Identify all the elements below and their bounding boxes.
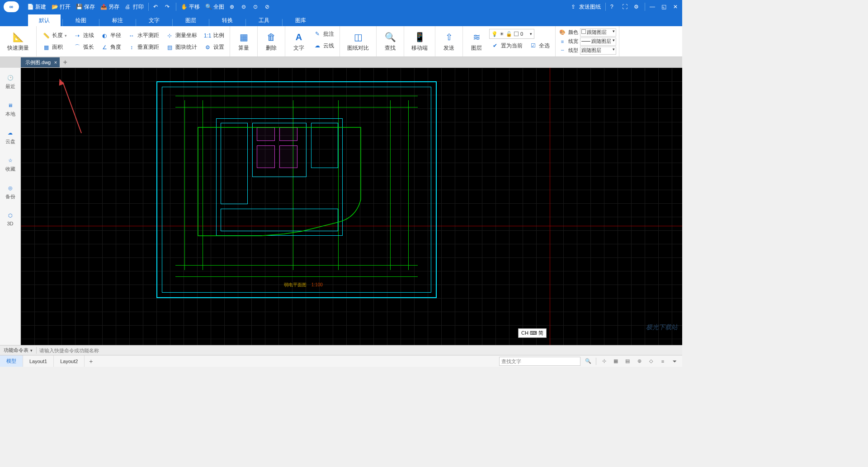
cube-icon: ⬡ <box>6 211 15 220</box>
tab-annotate[interactable]: 标注 <box>101 14 134 26</box>
zoom-window-button[interactable]: ⊙ <box>250 0 262 14</box>
sidebar-item-recent[interactable]: 🕒最近 <box>0 71 20 92</box>
command-label[interactable]: 功能命令表▾ <box>0 347 37 354</box>
brush-icon: ✔ <box>491 42 499 50</box>
new-button[interactable]: 📄新建 <box>24 0 49 14</box>
minimize-button[interactable]: — <box>647 0 659 14</box>
ime-indicator: CH ⌨ 简 <box>518 328 547 338</box>
saveas-button[interactable]: 📤另存 <box>98 0 122 14</box>
fit-icon: 🔍 <box>205 4 212 10</box>
angle-button[interactable]: ∠角度 <box>99 42 123 52</box>
drawing-canvas[interactable]: 弱电平面图 1:100 CH ⌨ 简 极光下载站 <box>21 68 682 345</box>
sidebar-item-backup[interactable]: ◎备份 <box>0 182 20 202</box>
add-tab-button[interactable]: + <box>60 57 71 67</box>
tab-draw[interactable]: 绘图 <box>65 14 97 26</box>
lineweight-selector[interactable]: 跟随图层▾ <box>580 37 616 46</box>
settings-button[interactable]: ⚙ <box>631 0 643 14</box>
tab-library[interactable]: 图库 <box>284 14 317 26</box>
lineweight-toggle[interactable]: ≡ <box>659 357 667 365</box>
color-selector[interactable]: 跟随图层▾ <box>580 28 616 37</box>
help-button[interactable]: ? <box>608 0 619 14</box>
search-input[interactable] <box>499 357 580 366</box>
lineweight-icon: ≡ <box>558 37 566 46</box>
continuous-button[interactable]: ⇢连续 <box>71 31 96 41</box>
annotate-button[interactable]: ✎批注 <box>311 29 336 39</box>
tab-default[interactable]: 默认 <box>28 14 61 26</box>
radius-button[interactable]: ◐半径 <box>99 31 123 41</box>
drawing-title: 弱电平面图 1:100 <box>284 282 323 288</box>
calc-icon: ▦ <box>237 31 250 43</box>
calc-button[interactable]: ▦算量 <box>234 29 254 54</box>
drawing-title-text: 弱电平面图 <box>284 282 307 287</box>
layout-tab-model[interactable]: 模型 <box>0 355 23 367</box>
lineweight-value: 跟随图层 <box>591 38 611 44</box>
hdist-icon: ↔ <box>127 32 136 40</box>
quickmeasure-button[interactable]: 📐快速测量 <box>4 29 33 54</box>
zoom-out-button[interactable]: ⊖ <box>239 0 250 14</box>
sidebar-item-fav[interactable]: ☆收藏 <box>0 154 20 174</box>
length-button[interactable]: 📏长度▾ <box>40 31 69 41</box>
share-icon: ⇪ <box>571 4 577 10</box>
setcurrent-button[interactable]: ✔置为当前 <box>489 41 524 51</box>
zoom-in-button[interactable]: ⊕ <box>227 0 239 14</box>
area-button[interactable]: ▦面积 <box>40 42 69 52</box>
blockstat-button[interactable]: ▤图块统计 <box>164 42 199 52</box>
angle-icon: ∠ <box>100 43 108 51</box>
settings-button-r[interactable]: ⚙设置 <box>202 42 226 52</box>
file-tab[interactable]: 示例图.dwg× <box>21 57 60 67</box>
send-drawing-button[interactable]: ⇪发送图纸 <box>568 0 604 14</box>
send-button[interactable]: ⇧发送 <box>439 29 459 54</box>
maximize-button[interactable]: ◱ <box>659 0 670 14</box>
tab-text[interactable]: 文字 <box>138 14 170 26</box>
add-layout-button[interactable]: + <box>85 358 97 365</box>
search-go-button[interactable]: 🔍 <box>584 357 592 365</box>
ortho-button[interactable]: ▤ <box>623 357 632 365</box>
cloud-button[interactable]: ☁云线 <box>311 41 336 51</box>
scale-button[interactable]: 1:1比例 <box>202 31 226 41</box>
sidebar-item-local[interactable]: 🖥本地 <box>0 99 20 119</box>
sidebar-item-3d[interactable]: ⬡3D <box>0 209 20 228</box>
redo-button[interactable]: ↷ <box>162 0 174 14</box>
find-button[interactable]: 🔍查找 <box>380 29 400 54</box>
arc-button[interactable]: ⌒弧长 <box>71 42 96 52</box>
pan-button[interactable]: ✋平移 <box>178 0 203 14</box>
snap-button[interactable]: ⊹ <box>600 357 608 365</box>
fit-button[interactable]: 🔍全图 <box>203 0 227 14</box>
fullscreen-button[interactable]: ⛶ <box>619 0 631 14</box>
close-window-button[interactable]: ✕ <box>670 0 682 14</box>
zoom-out-icon: ⊖ <box>241 4 248 10</box>
print-button[interactable]: 🖨打印 <box>122 0 146 14</box>
layer-selector[interactable]: 💡☀🔓0▾ <box>489 29 534 39</box>
layout-tab-2[interactable]: Layout2 <box>54 355 85 367</box>
vdist-button[interactable]: ↕垂直测距 <box>126 42 161 52</box>
pan-label: 平移 <box>189 3 200 11</box>
selall-button[interactable]: ☑全选 <box>527 41 552 51</box>
open-button[interactable]: 📂打开 <box>49 0 73 14</box>
tab-layer[interactable]: 图层 <box>175 14 207 26</box>
tab-convert[interactable]: 转换 <box>211 14 244 26</box>
polar-button[interactable]: ⊛ <box>635 357 643 365</box>
tab-tools[interactable]: 工具 <box>248 14 280 26</box>
layout-tab-1[interactable]: Layout1 <box>23 355 54 367</box>
save-button[interactable]: 💾保存 <box>73 0 98 14</box>
linetype-selector[interactable]: 跟随图层▾ <box>580 47 616 55</box>
sidebar-item-cloud[interactable]: ☁云盘 <box>0 126 20 147</box>
more-button[interactable]: ⏷ <box>670 357 679 365</box>
mobile-button[interactable]: 📱移动端 <box>408 29 431 54</box>
separator <box>176 3 176 11</box>
zoom-prev-button[interactable]: ⊘ <box>262 0 274 14</box>
command-input[interactable] <box>37 348 682 353</box>
grid-button[interactable]: ▦ <box>612 357 620 365</box>
undo-button[interactable]: ↶ <box>151 0 162 14</box>
find-label: 查找 <box>385 44 396 52</box>
hdist-button[interactable]: ↔水平测距 <box>126 31 161 41</box>
layer-button[interactable]: ≋图层 <box>467 29 486 54</box>
text-button[interactable]: A文字 <box>289 29 309 54</box>
close-tab-icon[interactable]: × <box>54 60 57 65</box>
gear-icon: ⚙ <box>634 4 640 10</box>
radius-label: 半径 <box>110 32 121 39</box>
osnap-button[interactable]: ◇ <box>647 357 655 365</box>
compare-button[interactable]: ◫图纸对比 <box>344 29 373 54</box>
delete-button[interactable]: 🗑删除 <box>261 29 281 54</box>
mcoord-button[interactable]: ⊹测量坐标 <box>164 31 199 41</box>
